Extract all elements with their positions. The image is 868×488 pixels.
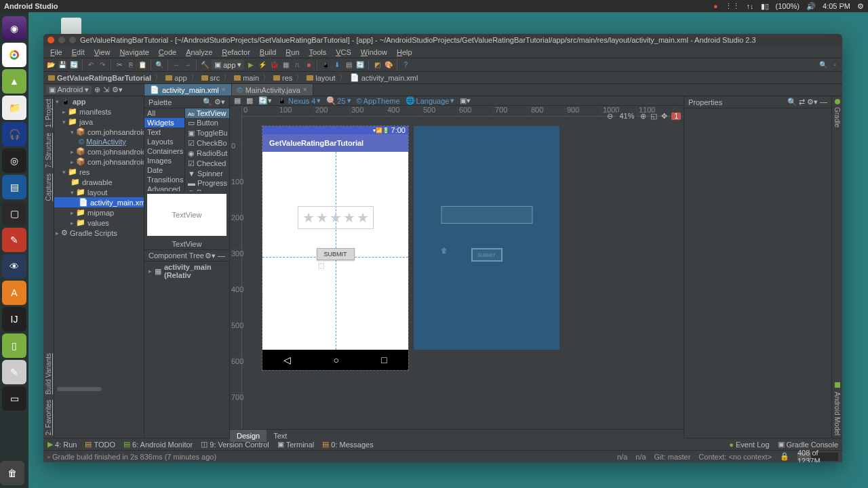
debug-icon[interactable]: 🐞	[269, 60, 279, 70]
variant-icon[interactable]: ▣▾	[460, 96, 471, 105]
window-maximize-button[interactable]	[69, 37, 76, 43]
menu-build[interactable]: Build	[256, 47, 280, 58]
error-badge[interactable]: 1	[671, 113, 681, 120]
tree-item[interactable]: ▾📁java	[54, 117, 144, 127]
menu-analyze[interactable]: Analyze	[182, 47, 216, 58]
menu-code[interactable]: Code	[155, 47, 180, 58]
tool-build-variants[interactable]: Build Variants	[45, 350, 52, 397]
palette-widget[interactable]: ◐ Progress	[185, 188, 229, 191]
toggle-tools-icon[interactable]: ▫	[830, 60, 840, 70]
launcher-app-eye[interactable]: 👁	[2, 254, 26, 279]
design-view-icon[interactable]: ▦	[234, 96, 241, 105]
tree-item-selected[interactable]: 📄activity_main.xm	[54, 197, 144, 207]
fit-icon[interactable]: ◱	[650, 112, 657, 121]
open-icon[interactable]: 📂	[46, 60, 56, 70]
gear-icon[interactable]: ⚙	[857, 2, 864, 11]
launcher-intellij[interactable]: IJ	[2, 307, 26, 331]
palette-cat[interactable]: Text	[144, 127, 184, 137]
bp-rating-bar[interactable]	[441, 206, 532, 224]
launcher-app-blue[interactable]: ▤	[2, 175, 26, 199]
tab-design[interactable]: Design	[230, 430, 267, 442]
structure-icon[interactable]: ▤	[344, 60, 353, 70]
language-selector[interactable]: 🌐Language▾	[406, 96, 455, 105]
tool-gradle[interactable]: Gradle	[833, 104, 841, 130]
tool-gradle-console[interactable]: ▣Gradle Console	[778, 440, 838, 449]
tree-item[interactable]: ▸📦com.johnsandroidst	[54, 157, 144, 167]
palette-widget[interactable]: Ab TextView	[185, 108, 229, 118]
palette-cat[interactable]: Widgets	[144, 118, 184, 127]
launcher-audacity[interactable]: 🎧	[2, 122, 26, 146]
copy-icon[interactable]: ⎘	[126, 60, 136, 70]
palette-cat[interactable]: Transitions	[144, 175, 184, 184]
toggle-icon[interactable]: ⇄	[799, 98, 805, 106]
launcher-chrome[interactable]	[2, 43, 26, 67]
menu-tools[interactable]: Tools	[305, 47, 331, 58]
avd-icon[interactable]: 📱	[321, 60, 330, 70]
target-icon[interactable]: ⊕	[94, 85, 100, 94]
status-context[interactable]: Context: <no context>	[698, 453, 772, 461]
palette-widget[interactable]: ▣ ToggleBu	[185, 128, 229, 138]
palette-widget[interactable]: ▼ Spinner	[185, 169, 229, 178]
window-minimize-button[interactable]	[58, 37, 65, 43]
zoom-in-icon[interactable]: ⊕	[640, 112, 646, 121]
launcher-software[interactable]: A	[2, 281, 26, 305]
gear-icon[interactable]: ⚙▾	[214, 98, 225, 106]
launcher-display[interactable]: ▭	[2, 386, 26, 411]
help-icon[interactable]: ?	[401, 60, 410, 70]
bluetooth-icon[interactable]: ↑↓	[747, 2, 754, 10]
profile-icon[interactable]: ▦	[281, 60, 290, 70]
menu-view[interactable]: View	[90, 47, 115, 58]
menu-help[interactable]: Help	[393, 47, 416, 58]
layout-icon[interactable]: ◩	[372, 60, 382, 70]
palette-cat[interactable]: Containers	[144, 146, 184, 156]
tool-android-monitor[interactable]: ▤6: Android Monitor	[123, 440, 193, 449]
hide-icon[interactable]: —	[820, 98, 827, 106]
device-selector[interactable]: 📱Nexus 4▾	[277, 96, 321, 105]
collapse-icon[interactable]: ⇲	[103, 85, 109, 94]
gear-icon[interactable]: ⚙▾	[807, 98, 818, 106]
palette-widget[interactable]: ☑ Checked	[185, 159, 229, 169]
theme-selector[interactable]: ©AppTheme	[357, 97, 400, 105]
theme-icon[interactable]: 🎨	[384, 60, 393, 70]
find-icon[interactable]: 🔍	[155, 60, 164, 70]
tree-item[interactable]: 📁drawable	[54, 177, 144, 187]
run-icon[interactable]: ▶	[246, 60, 256, 70]
gradle-sync-icon[interactable]: 🔄	[355, 60, 365, 70]
menu-vcs[interactable]: VCS	[332, 47, 355, 58]
launcher-obs[interactable]: ◎	[2, 148, 26, 173]
component-tree-root[interactable]: ▸▦activity_main (Relativ	[144, 262, 229, 281]
submit-button[interactable]: SUBMIT	[316, 248, 354, 260]
menu-file[interactable]: File	[46, 47, 66, 58]
zoom-level[interactable]: 41%	[617, 112, 636, 120]
tree-item[interactable]: ▾📦com.johnsandroidst	[54, 127, 144, 137]
tree-item[interactable]: ▾📁layout	[54, 187, 144, 197]
palette-cat[interactable]: Images	[144, 156, 184, 165]
make-icon[interactable]: 🔨	[200, 60, 210, 70]
paste-icon[interactable]: 📋	[138, 60, 147, 70]
nav-app[interactable]: app	[163, 74, 189, 82]
palette-cat[interactable]: Layouts	[144, 137, 184, 146]
nav-res[interactable]: res	[271, 74, 294, 82]
record-icon[interactable]: ●	[713, 2, 718, 10]
tool-run[interactable]: ▶4: Run	[47, 440, 77, 449]
tool-project[interactable]: 1: Project	[45, 96, 52, 130]
nav-main[interactable]: main	[232, 74, 261, 82]
gear-icon[interactable]: ⚙▾	[205, 251, 216, 260]
project-view-dropdown[interactable]: ▣ Android ▾	[46, 85, 92, 94]
clock[interactable]: 4:05 PM	[823, 2, 850, 10]
tool-structure[interactable]: 7: Structure	[45, 130, 52, 171]
wifi-icon[interactable]: ⋮⋮	[725, 2, 740, 11]
run-config-selector[interactable]: ▣ app ▾	[212, 60, 244, 70]
palette-widget[interactable]: ◉ RadioBut	[185, 148, 229, 159]
lock-icon[interactable]: 🔒	[780, 452, 789, 461]
nav-layout[interactable]: layout	[304, 74, 337, 82]
tree-scrollbar[interactable]	[57, 387, 102, 391]
rating-bar[interactable]: ★ ★ ★ ★ ★	[298, 206, 374, 229]
stop-icon[interactable]: ■	[304, 60, 313, 70]
tab-main-activity[interactable]: ©MainActivity.java×	[232, 84, 313, 96]
tree-item[interactable]: ▾📁res	[54, 167, 144, 177]
launcher-notes[interactable]: ✎	[2, 360, 26, 384]
launcher-terminal[interactable]: ▢	[2, 201, 26, 226]
launcher-dash[interactable]: ◉	[2, 16, 26, 41]
tool-captures[interactable]: Captures	[45, 171, 52, 204]
